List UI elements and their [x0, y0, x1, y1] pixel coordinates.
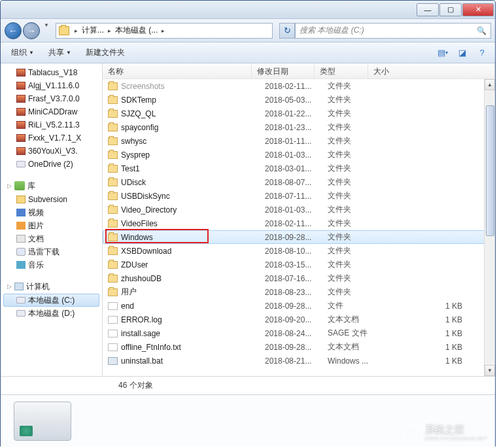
file-row[interactable]: SJZQ_QL 2018-01-22... 文件夹 [103, 107, 495, 120]
file-type: 文件夹 [328, 273, 381, 284]
chevron-right-icon[interactable]: ▸ [105, 27, 114, 34]
scrollbar[interactable]: ▲ ▼ [484, 79, 495, 376]
sidebar-library-item[interactable]: 音乐 [1, 258, 102, 271]
maximize-button[interactable]: ▢ [439, 3, 462, 16]
back-button[interactable]: ← [5, 22, 22, 39]
breadcrumb[interactable]: ▸ 计算... ▸ 本地磁盘 (... ▸ [56, 23, 273, 39]
file-row[interactable]: install.sage 2018-08-24... SAGE 文件 1 KB [103, 326, 495, 340]
item-icon [16, 134, 26, 142]
search-icon[interactable]: 🔍 [477, 26, 487, 35]
sidebar-drive-item[interactable]: 本地磁盘 (D:) [1, 307, 102, 320]
file-name: install.sage [121, 329, 265, 338]
column-size[interactable]: 大小 [368, 63, 495, 78]
refresh-button[interactable]: ↻ [279, 23, 295, 39]
scroll-thumb[interactable] [486, 105, 494, 236]
file-type: 文件夹 [328, 218, 381, 229]
scroll-up-button[interactable]: ▲ [485, 79, 495, 90]
file-row[interactable]: ERROR.log 2018-09-20... 文本文档 1 KB [103, 313, 495, 326]
sidebar-computer-header[interactable]: ▷计算机 [1, 279, 102, 294]
forward-button[interactable]: → [23, 22, 40, 39]
sidebar-library-item[interactable]: 迅雷下载 [1, 245, 102, 258]
file-row[interactable]: XSBDownload 2018-08-10... 文件夹 [103, 244, 495, 258]
sidebar-libraries-header[interactable]: ▷库 [1, 179, 102, 193]
sidebar-item[interactable]: MiniCADDraw [1, 105, 102, 118]
sidebar-library-item[interactable]: 图片 [1, 219, 102, 232]
sidebar[interactable]: Tablacus_V18Algj_V1.11.6.0Frasf_V3.7.0.0… [1, 63, 103, 376]
file-name: XSBDownload [121, 247, 265, 256]
search-input[interactable]: 搜索 本地磁盘 (C:) 🔍 [295, 23, 491, 39]
file-date: 2018-09-28... [265, 343, 328, 352]
file-type: 文件夹 [328, 94, 381, 105]
sidebar-item[interactable]: Tablacus_V18 [1, 66, 102, 79]
view-options-button[interactable]: ▤▾ [435, 46, 451, 60]
folder-icon [108, 179, 118, 186]
folder-icon [108, 151, 118, 159]
drive-icon [16, 297, 26, 303]
sidebar-item[interactable]: Algj_V1.11.6.0 [1, 79, 102, 92]
file-row[interactable]: UDisck 2018-08-07... 文件夹 [103, 175, 495, 189]
drive-icon [59, 26, 69, 35]
column-headers[interactable]: 名称 修改日期 类型 大小 [103, 63, 495, 79]
file-type: 文件夹 [328, 163, 381, 174]
breadcrumb-segment[interactable]: 本地磁盘 (... [114, 25, 159, 36]
titlebar[interactable]: — ▢ ✕ [1, 1, 495, 19]
file-date: 2018-08-07... [265, 178, 328, 187]
file-row[interactable]: Video_Directory 2018-01-03... 文件夹 [103, 203, 495, 216]
close-button[interactable]: ✕ [462, 3, 494, 16]
sidebar-library-item[interactable]: Subversion [1, 193, 102, 206]
file-row[interactable]: uninstall.bat 2018-08-21... Windows ... … [103, 354, 495, 368]
file-row[interactable]: end 2018-09-28... 文件 1 KB [103, 299, 495, 313]
scroll-down-button[interactable]: ▼ [485, 365, 495, 376]
file-name: 用户 [121, 286, 265, 298]
file-size: 1 KB [381, 343, 495, 352]
rows-container[interactable]: Screenshots 2018-02-11... 文件夹 SDKTemp 20… [103, 79, 495, 376]
file-row[interactable]: ZDUser 2018-03-15... 文件夹 [103, 258, 495, 271]
breadcrumb-segment[interactable]: 计算... [80, 25, 105, 36]
sidebar-library-item[interactable]: 文档 [1, 232, 102, 245]
file-size: 1 KB [381, 356, 495, 366]
txt-icon [108, 316, 118, 324]
file-row[interactable]: spayconfig 2018-01-23... 文件夹 [103, 120, 495, 134]
sidebar-item[interactable]: 360YouXi_V3. [1, 145, 102, 158]
file-icon [108, 330, 118, 337]
file-row[interactable]: offline_FtnInfo.txt 2018-09-28... 文本文档 1… [103, 340, 495, 354]
file-date: 2018-02-11... [265, 82, 328, 91]
column-date[interactable]: 修改日期 [252, 63, 315, 78]
item-label: 本地磁盘 (D:) [28, 308, 75, 319]
file-row[interactable]: Test1 2018-03-01... 文件夹 [103, 162, 495, 175]
file-row[interactable]: 用户 2018-08-23... 文件夹 [103, 285, 495, 299]
sidebar-item[interactable]: OneDrive (2) [1, 158, 102, 171]
folder-icon [108, 110, 118, 118]
preview-pane-button[interactable]: ◪ [454, 46, 470, 60]
column-name[interactable]: 名称 [103, 63, 252, 78]
help-button[interactable]: ? [474, 46, 490, 60]
chevron-right-icon[interactable]: ▸ [159, 27, 167, 34]
sidebar-item[interactable]: Fxxk_V1.7.1_X [1, 131, 102, 145]
txt-icon [108, 343, 118, 351]
file-name: Test1 [121, 164, 265, 173]
file-icon [108, 302, 118, 310]
file-row[interactable]: SDKTemp 2018-05-03... 文件夹 [103, 93, 495, 107]
file-row[interactable]: VideoFiles 2018-02-11... 文件夹 [103, 216, 495, 230]
sidebar-drive-item[interactable]: 本地磁盘 (C:) [3, 294, 99, 307]
file-row[interactable]: USBDiskSync 2018-07-11... 文件夹 [103, 189, 495, 203]
folder-icon [108, 220, 118, 228]
item-label: 文档 [28, 233, 44, 245]
sidebar-item[interactable]: RiLi_V5.2.11.3 [1, 118, 102, 131]
file-row[interactable]: swhysc 2018-01-11... 文件夹 [103, 134, 495, 148]
minimize-button[interactable]: — [417, 3, 439, 16]
history-dropdown-icon[interactable]: ▼ [41, 22, 52, 39]
file-row[interactable]: Sysprep 2018-01-03... 文件夹 [103, 148, 495, 162]
organize-menu[interactable]: 组织 ▼ [6, 44, 39, 61]
item-label: RiLi_V5.2.11.3 [28, 120, 80, 129]
file-row[interactable]: Screenshots 2018-02-11... 文件夹 [103, 79, 495, 93]
file-row[interactable]: Windows 2018-09-28... 文件夹 [103, 230, 495, 244]
column-type[interactable]: 类型 [315, 63, 368, 78]
file-row[interactable]: zhushouDB 2018-07-16... 文件夹 [103, 271, 495, 285]
sidebar-library-item[interactable]: 视频 [1, 206, 102, 219]
chevron-right-icon[interactable]: ▸ [72, 27, 80, 34]
new-folder-button[interactable]: 新建文件夹 [80, 44, 130, 61]
sidebar-item[interactable]: Frasf_V3.7.0.0 [1, 92, 102, 105]
file-type: 文件夹 [328, 177, 381, 188]
share-menu[interactable]: 共享 ▼ [43, 44, 77, 61]
